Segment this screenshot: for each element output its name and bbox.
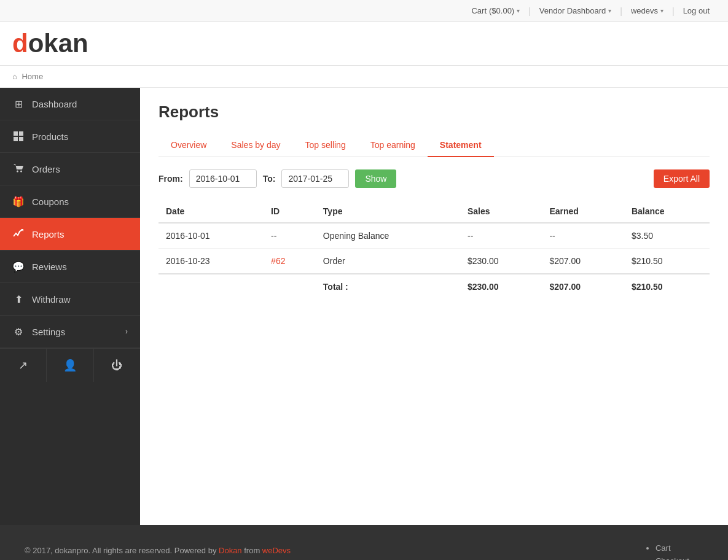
external-link-icon: ↗ <box>18 359 28 372</box>
cell-date: 2016-10-01 <box>159 223 264 249</box>
footer-left: © 2017, dokanpro. All rights are reserve… <box>25 543 291 558</box>
svg-rect-1 <box>19 131 23 136</box>
footer-link[interactable]: Checkout <box>656 556 689 560</box>
tab-sales-by-day[interactable]: Sales by day <box>219 134 292 157</box>
withdraw-icon: ⬆ <box>12 293 25 305</box>
total-label <box>159 274 264 299</box>
table-row: 2016-10-01 -- Opening Balance -- -- $3.5… <box>159 223 710 249</box>
cart-label: Cart <box>471 6 487 15</box>
footer-from-text: from <box>244 546 260 555</box>
col-id: ID <box>264 200 316 223</box>
from-date-input[interactable] <box>189 169 257 188</box>
tab-overview[interactable]: Overview <box>159 134 219 157</box>
sidebar-item-label: Orders <box>32 164 60 174</box>
cell-id[interactable]: #62 <box>264 249 316 274</box>
footer-dokan-link[interactable]: Dokan <box>219 546 242 555</box>
main-layout: ⊞ Dashboard Products Orders 🎁 Coupons Re… <box>0 88 728 525</box>
cell-earned: $207.00 <box>542 249 624 274</box>
vendor-dashboard-label: Vendor Dashboard <box>539 6 606 15</box>
footer-link-item: Checkout <box>656 556 703 560</box>
vendor-dashboard-button[interactable]: Vendor Dashboard ▾ <box>533 2 617 19</box>
sidebar-external-link-button[interactable]: ↗ <box>0 349 47 382</box>
export-all-button[interactable]: Export All <box>654 169 710 188</box>
total-text: Total : <box>316 274 460 299</box>
cell-sales: -- <box>460 223 542 249</box>
sidebar-item-products[interactable]: Products <box>0 120 140 153</box>
sidebar-item-reports[interactable]: Reports <box>0 218 140 251</box>
cell-earned: -- <box>542 223 624 249</box>
orders-icon <box>12 163 25 175</box>
footer-right: CartCheckoutDashboardMy AccountMy Orders… <box>643 543 703 560</box>
content-area: Reports Overview Sales by day Top sellin… <box>140 88 728 525</box>
cart-amount: ($0.00) <box>489 6 514 15</box>
logo-rest: okan <box>28 29 88 58</box>
sidebar-item-label: Reports <box>32 229 65 239</box>
table-row: 2016-10-23 #62 Order $230.00 $207.00 $21… <box>159 249 710 274</box>
sidebar-item-withdraw[interactable]: ⬆ Withdraw <box>0 283 140 316</box>
col-balance: Balance <box>624 200 710 223</box>
footer-copyright: © 2017, dokanpro. All rights are reserve… <box>25 546 172 555</box>
reports-tabs: Overview Sales by day Top selling Top ea… <box>159 134 710 157</box>
cell-date: 2016-10-23 <box>159 249 264 274</box>
user-menu-button[interactable]: wedevs ▾ <box>625 2 670 19</box>
sidebar-item-label: Products <box>32 131 68 142</box>
footer-powered-by: Powered by <box>174 546 217 555</box>
footer-link-item: Cart <box>656 543 703 553</box>
order-id-link[interactable]: #62 <box>271 256 285 266</box>
cell-id: -- <box>264 223 316 249</box>
cell-type: Order <box>316 249 460 274</box>
sidebar-item-label: Withdraw <box>32 294 71 305</box>
coupons-icon: 🎁 <box>12 195 25 208</box>
svg-rect-2 <box>14 137 18 141</box>
logo: dokan <box>12 31 716 56</box>
footer: © 2017, dokanpro. All rights are reserve… <box>0 525 728 560</box>
date-filter: From: To: Show Export All <box>159 169 710 188</box>
cart-arrow: ▾ <box>517 7 520 14</box>
products-icon <box>12 130 25 142</box>
table-total-row: Total : $230.00 $207.00 $210.50 <box>159 274 710 299</box>
footer-wedevs-link[interactable]: weDevs <box>262 546 291 555</box>
vendor-arrow: ▾ <box>608 7 611 14</box>
show-button[interactable]: Show <box>355 169 396 188</box>
cell-sales: $230.00 <box>460 249 542 274</box>
power-icon: ⏻ <box>111 359 122 372</box>
sidebar-item-coupons[interactable]: 🎁 Coupons <box>0 185 140 218</box>
tab-top-earning[interactable]: Top earning <box>358 134 428 157</box>
sidebar-item-reviews[interactable]: 💬 Reviews <box>0 251 140 283</box>
footer-link[interactable]: Cart <box>656 543 671 553</box>
site-header: dokan <box>0 22 728 66</box>
to-date-input[interactable] <box>281 169 349 188</box>
user-icon: 👤 <box>63 359 77 372</box>
col-type: Type <box>316 200 460 223</box>
sidebar: ⊞ Dashboard Products Orders 🎁 Coupons Re… <box>0 88 140 525</box>
user-label: wedevs <box>631 6 658 15</box>
settings-arrow-icon: › <box>125 327 128 336</box>
sidebar-item-settings[interactable]: ⚙ Settings › <box>0 316 140 348</box>
tab-top-selling[interactable]: Top selling <box>293 134 358 157</box>
page-title: Reports <box>159 103 710 122</box>
total-balance: $210.50 <box>624 274 710 299</box>
sidebar-item-label: Coupons <box>32 196 69 207</box>
sidebar-user-button[interactable]: 👤 <box>47 349 93 382</box>
col-date: Date <box>159 200 264 223</box>
sidebar-item-orders[interactable]: Orders <box>0 153 140 185</box>
user-arrow: ▾ <box>660 7 663 14</box>
cell-balance: $210.50 <box>624 249 710 274</box>
home-icon: ⌂ <box>12 72 17 81</box>
logout-button[interactable]: Log out <box>677 2 716 19</box>
total-earned: $207.00 <box>542 274 624 299</box>
settings-icon: ⚙ <box>12 325 25 338</box>
breadcrumb: ⌂ Home <box>0 66 728 88</box>
breadcrumb-home-link[interactable]: Home <box>22 72 43 81</box>
tab-statement[interactable]: Statement <box>428 134 494 157</box>
sidebar-power-button[interactable]: ⏻ <box>94 349 140 382</box>
report-table: Date ID Type Sales Earned Balance 2016-1… <box>159 200 710 299</box>
cart-button[interactable]: Cart ($0.00) ▾ <box>465 2 526 19</box>
from-label: From: <box>159 174 183 184</box>
sidebar-item-dashboard[interactable]: ⊞ Dashboard <box>0 88 140 120</box>
sidebar-bottom: ↗ 👤 ⏻ <box>0 348 140 382</box>
cell-type: Opening Balance <box>316 223 460 249</box>
sidebar-item-label: Settings <box>32 327 65 337</box>
top-bar: Cart ($0.00) ▾ | Vendor Dashboard ▾ | we… <box>0 0 728 22</box>
footer-links: CartCheckoutDashboardMy AccountMy Orders… <box>643 543 703 560</box>
